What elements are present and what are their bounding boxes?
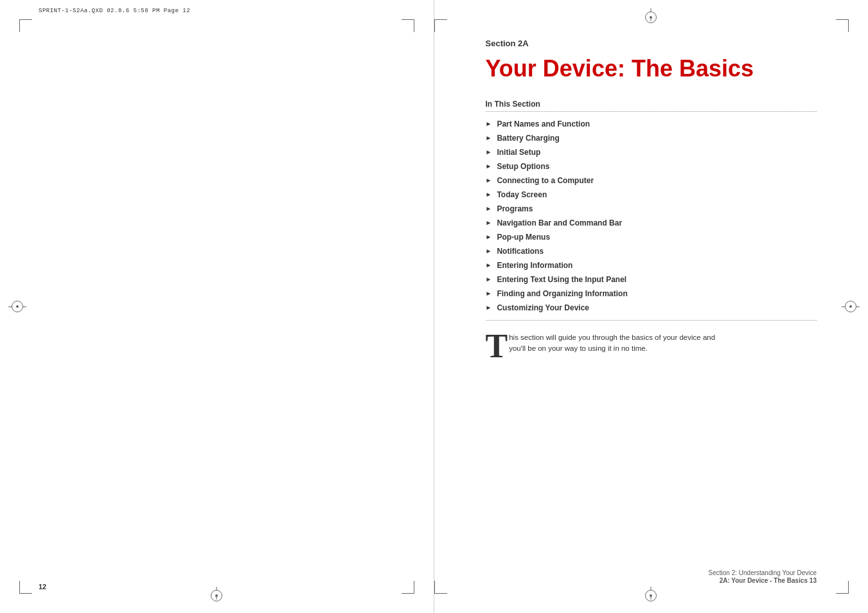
intro-text-body: his section will guide you through the b… <box>509 333 715 352</box>
arrow-icon: ► <box>486 276 492 283</box>
arrow-icon: ► <box>486 247 492 254</box>
list-item: ►Programs <box>486 204 817 213</box>
reg-circle-bottom-right <box>645 590 657 601</box>
arrow-icon: ► <box>486 120 492 127</box>
reg-circle-top <box>645 12 657 23</box>
section-menu-list: ►Part Names and Function ►Battery Chargi… <box>486 120 817 312</box>
arrow-icon: ► <box>486 191 492 198</box>
page-container: SPRINT-1-S2Aa.QXD 02.8.6 5:58 PM Page 12… <box>0 0 868 613</box>
right-crop-mark-tr-v <box>848 19 849 32</box>
list-item: ►Part Names and Function <box>486 120 817 129</box>
intro-paragraph: This section will guide you through the … <box>486 332 730 355</box>
file-header: SPRINT-1-S2Aa.QXD 02.8.6 5:58 PM Page 12 <box>39 8 190 14</box>
page-footer: Section 2: Understanding Your Device 2A:… <box>709 569 817 584</box>
list-item: ►Battery Charging <box>486 134 817 143</box>
arrow-icon: ► <box>486 219 492 226</box>
reg-circle-right <box>845 301 856 312</box>
crop-mark-br-h <box>402 593 414 594</box>
right-crop-mark-bl-v <box>434 581 435 594</box>
arrow-icon: ► <box>486 290 492 297</box>
arrow-icon: ► <box>486 233 492 240</box>
right-crop-mark-bl-h <box>434 593 447 594</box>
reg-circle-left <box>12 301 23 312</box>
crop-mark-bl-v <box>19 581 20 594</box>
list-item: ►Finding and Organizing Information <box>486 289 817 298</box>
in-this-section-header: In This Section <box>486 100 817 109</box>
section-title: Your Device: The Basics <box>486 56 817 82</box>
arrow-icon: ► <box>486 262 492 269</box>
bottom-divider <box>486 320 817 321</box>
section-label: Section 2A <box>486 39 817 48</box>
page-number-left: 12 <box>39 583 46 591</box>
right-crop-mark-tr-h <box>836 19 849 20</box>
left-page: SPRINT-1-S2Aa.QXD 02.8.6 5:58 PM Page 12… <box>0 0 434 613</box>
right-crop-mark-tl-v <box>434 19 435 32</box>
crop-mark-tr-h <box>402 19 414 20</box>
right-crop-mark-br-v <box>848 581 849 594</box>
crop-mark-br-v <box>414 581 414 594</box>
crop-mark-bl-h <box>19 593 32 594</box>
arrow-icon: ► <box>486 304 492 311</box>
list-item: ►Connecting to a Computer <box>486 176 817 185</box>
arrow-icon: ► <box>486 205 492 212</box>
arrow-icon: ► <box>486 134 492 141</box>
arrow-icon: ► <box>486 177 492 184</box>
crop-mark-tl-v <box>19 19 20 32</box>
footer-line1: Section 2: Understanding Your Device <box>709 569 817 576</box>
right-crop-mark-tl-h <box>434 19 447 20</box>
crop-mark-tl-h <box>19 19 32 20</box>
list-item: ►Notifications <box>486 247 817 256</box>
arrow-icon: ► <box>486 163 492 170</box>
drop-cap: T <box>486 330 508 363</box>
list-item: ►Customizing Your Device <box>486 303 817 312</box>
list-item: ►Pop-up Menus <box>486 233 817 242</box>
list-item: ►Entering Information <box>486 261 817 270</box>
right-page: Section 2A Your Device: The Basics In Th… <box>434 0 869 613</box>
reg-circle-bottom <box>211 590 222 601</box>
list-item: ►Initial Setup <box>486 148 817 157</box>
list-item: ►Setup Options <box>486 162 817 171</box>
list-item: ►Navigation Bar and Command Bar <box>486 218 817 227</box>
arrow-icon: ► <box>486 148 492 155</box>
page-content: Section 2A Your Device: The Basics In Th… <box>486 39 817 354</box>
list-item: ►Entering Text Using the Input Panel <box>486 275 817 284</box>
top-divider <box>486 111 817 112</box>
right-crop-mark-br-h <box>836 593 849 594</box>
footer-line2: 2A: Your Device - The Basics 13 <box>709 577 817 584</box>
list-item: ►Today Screen <box>486 190 817 199</box>
crop-mark-tr-v <box>414 19 414 32</box>
